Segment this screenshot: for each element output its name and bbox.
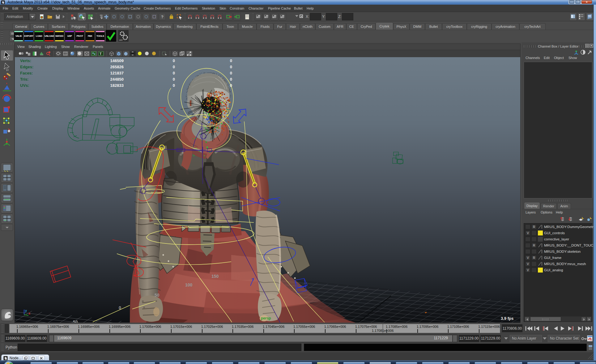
svg-text:0: 0 <box>173 77 175 82</box>
svg-text:265826: 265826 <box>110 65 124 69</box>
svg-text:Tris:: Tris: <box>20 77 28 82</box>
svg-text:50: 50 <box>73 320 78 323</box>
svg-text:0: 0 <box>230 83 232 88</box>
svg-text:0: 0 <box>230 65 232 69</box>
svg-text:100: 100 <box>185 282 193 287</box>
svg-text:UVs:: UVs: <box>20 83 29 88</box>
svg-text:x: x <box>28 311 31 315</box>
svg-text:0: 0 <box>230 77 232 82</box>
svg-text:OFF: OFF <box>119 39 123 41</box>
svg-text:0: 0 <box>230 58 232 63</box>
svg-text:0: 0 <box>173 71 175 75</box>
svg-text:0: 0 <box>119 305 121 310</box>
svg-text:T: T <box>100 52 102 56</box>
svg-text:y: y <box>25 309 27 312</box>
svg-text:0: 0 <box>230 71 232 75</box>
svg-text:3.9 fps: 3.9 fps <box>501 316 513 321</box>
svg-text:0: 0 <box>173 83 175 88</box>
svg-text:244850: 244850 <box>110 77 124 82</box>
svg-text:50: 50 <box>155 293 160 298</box>
svg-text:persp: persp <box>261 316 271 320</box>
svg-text:182833: 182833 <box>110 83 124 88</box>
svg-text:0: 0 <box>173 65 175 69</box>
svg-text:0: 0 <box>173 58 175 63</box>
svg-text:150: 150 <box>211 274 219 279</box>
svg-text:146509: 146509 <box>110 58 124 63</box>
svg-text:121837: 121837 <box>110 71 124 75</box>
svg-text:Edges:: Edges: <box>20 65 33 69</box>
svg-text:Verts:: Verts: <box>20 58 31 63</box>
svg-text:Faces:: Faces: <box>20 71 33 75</box>
